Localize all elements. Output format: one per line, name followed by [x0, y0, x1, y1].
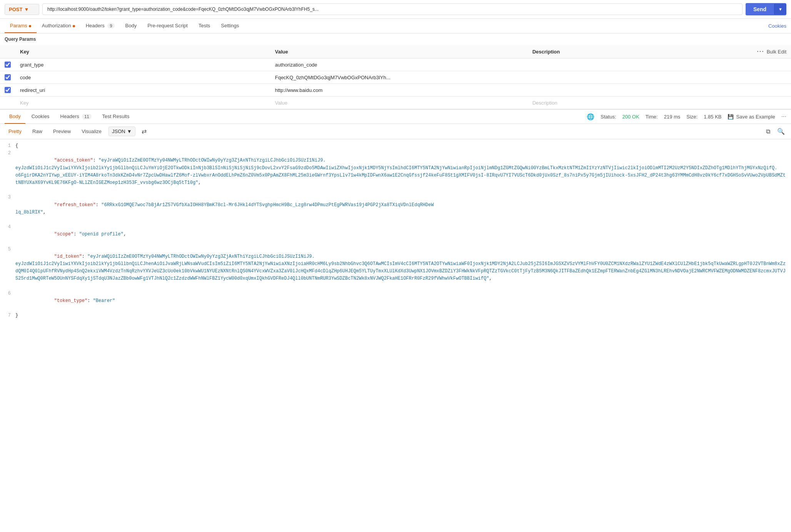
- save-example-button[interactable]: 💾 Save as Example: [728, 114, 775, 120]
- code-tab-preview[interactable]: Preview: [49, 127, 75, 136]
- code-line-4: 4 "scope": "openid profile",: [0, 223, 791, 246]
- search-button[interactable]: 🔍: [776, 126, 786, 137]
- row3-key-cell[interactable]: redirect_uri: [15, 84, 270, 97]
- response-tabs-bar: Body Cookies Headers 11 Test Results 🌐 S…: [0, 109, 791, 124]
- code-line-2: 2 "access_token": "eyJraWQiOiIzZmE0OTMzY…: [0, 150, 791, 194]
- empty-desc-cell[interactable]: Description: [528, 97, 791, 109]
- line-content-6: "token_type": "Bearer": [15, 290, 791, 312]
- resp-tab-cookies[interactable]: Cookies: [27, 110, 54, 124]
- line-number-1: 1: [0, 142, 15, 150]
- row1-value-cell[interactable]: authorization_code: [270, 58, 528, 71]
- code-line-6: 6 "token_type": "Bearer": [0, 290, 791, 312]
- format-select[interactable]: JSON ▼: [108, 127, 135, 136]
- code-tab-pretty[interactable]: Pretty: [5, 127, 25, 136]
- resp-tab-body[interactable]: Body: [5, 110, 25, 124]
- save-example-label: Save as Example: [736, 114, 775, 120]
- query-params-section: Query Params Key Value Description ··· B…: [0, 33, 791, 109]
- tab-pre-request-script[interactable]: Pre-request Script: [142, 19, 193, 33]
- empty-value-cell[interactable]: Value: [270, 97, 528, 109]
- line-number-5: 5: [0, 246, 15, 253]
- format-label: JSON: [112, 128, 125, 134]
- response-section: Body Cookies Headers 11 Test Results 🌐 S…: [0, 109, 791, 532]
- line-number-4: 4: [0, 223, 15, 231]
- params-check-header: [0, 45, 15, 58]
- method-label: POST: [9, 7, 22, 12]
- cookies-link[interactable]: Cookies: [768, 19, 786, 33]
- more-options-button[interactable]: ···: [781, 113, 786, 120]
- tab-authorization[interactable]: Authorization: [37, 19, 80, 33]
- code-line-1: 1 {: [0, 142, 791, 150]
- code-view-tabs-bar: Pretty Raw Preview Visualize JSON ▼ ⇄ ⧉ …: [0, 124, 791, 139]
- tab-tests[interactable]: Tests: [193, 19, 215, 33]
- line-content-5: "id_token": "eyJraWQiOiIzZmE0OTMzYy04NWM…: [15, 246, 791, 290]
- save-icon: 💾: [728, 114, 734, 120]
- line-number-6: 6: [0, 290, 15, 297]
- code-line-3: 3 "refresh_token": "6RRkxG1OMQE7woc7bBjA…: [0, 194, 791, 223]
- params-desc-header: Description ··· Bulk Edit: [528, 45, 791, 58]
- url-bar: POST ▼ Send ▼: [0, 0, 791, 19]
- row2-check-cell: [0, 71, 15, 84]
- params-table: Key Value Description ··· Bulk Edit: [0, 45, 791, 109]
- row3-desc-cell[interactable]: [528, 84, 791, 97]
- tab-body[interactable]: Body: [120, 19, 142, 33]
- method-select[interactable]: POST ▼: [5, 4, 39, 15]
- empty-key-cell[interactable]: Key: [15, 97, 270, 109]
- size-value: 1.85 KB: [704, 114, 721, 120]
- wrap-button[interactable]: ⇄: [139, 126, 150, 137]
- tab-params[interactable]: Params: [5, 19, 37, 33]
- code-tab-visualize[interactable]: Visualize: [78, 127, 105, 136]
- bulk-edit-label[interactable]: Bulk Edit: [767, 49, 786, 55]
- row1-checkbox[interactable]: [5, 62, 11, 68]
- send-dropdown-button[interactable]: ▼: [774, 4, 786, 15]
- row2-desc-cell[interactable]: [528, 71, 791, 84]
- description-col-label: Description: [532, 49, 560, 55]
- tab-settings[interactable]: Settings: [215, 19, 244, 33]
- row3-value-cell[interactable]: http://www.baidu.com: [270, 84, 528, 97]
- row3-checkbox[interactable]: [5, 87, 11, 93]
- row2-value-cell[interactable]: FqecKQ_0zhQMtDGo3qjM7VwbOGxPONArb3lYh...: [270, 71, 528, 84]
- table-row: grant_type authorization_code: [0, 58, 791, 71]
- resp-tab-test-results[interactable]: Test Results: [98, 110, 134, 124]
- row3-check-cell: [0, 84, 15, 97]
- line-number-3: 3: [0, 194, 15, 201]
- time-label: Time:: [646, 114, 658, 120]
- line-content-1: {: [15, 142, 791, 150]
- tab-headers[interactable]: Headers 9: [80, 19, 120, 33]
- row1-desc-cell[interactable]: [528, 58, 791, 71]
- code-line-5: 5 "id_token": "eyJraWQiOiIzZmE0OTMzYy04N…: [0, 246, 791, 290]
- method-chevron: ▼: [24, 7, 29, 12]
- params-key-header: Key: [15, 45, 270, 58]
- send-button-group: Send ▼: [746, 3, 786, 15]
- line-content-7: }: [15, 312, 791, 319]
- url-input[interactable]: [42, 3, 743, 15]
- status-value: 200 OK: [622, 114, 639, 120]
- line-content-2: "access_token": "eyJraWQiOiIzZmE0OTMzYy0…: [15, 150, 791, 194]
- code-line-7: 7 }: [0, 312, 791, 319]
- request-tabs-bar: Params Authorization Headers 9 Body Pre-…: [0, 19, 791, 33]
- bulk-edit-dots-icon: ···: [757, 48, 764, 55]
- table-row: code FqecKQ_0zhQMtDGo3qjM7VwbOGxPONArb3l…: [0, 71, 791, 84]
- resp-tab-headers[interactable]: Headers 11: [56, 110, 96, 124]
- response-status-area: 🌐 Status: 200 OK Time: 219 ms Size: 1.85…: [587, 113, 786, 120]
- copy-button[interactable]: ⧉: [764, 127, 772, 137]
- query-params-label: Query Params: [0, 33, 791, 45]
- row1-key-cell[interactable]: grant_type: [15, 58, 270, 71]
- row2-key-cell[interactable]: code: [15, 71, 270, 84]
- empty-row: Key Value Description: [0, 97, 791, 109]
- status-label: Status:: [601, 114, 616, 120]
- line-content-3: "refresh_token": "6RRkxG1OMQE7woc7bBjAr1…: [15, 194, 791, 223]
- row1-check-cell: [0, 58, 15, 71]
- params-value-header: Value: [270, 45, 528, 58]
- empty-key-placeholder: Key: [20, 100, 28, 106]
- code-area: 1 { 2 "access_token": "eyJraWQiOiIzZmE0O…: [0, 139, 791, 532]
- line-number-7: 7: [0, 312, 15, 319]
- format-chevron: ▼: [127, 128, 132, 134]
- empty-desc-placeholder: Description: [532, 100, 557, 106]
- time-value: 219 ms: [664, 114, 681, 120]
- empty-check-cell: [0, 97, 15, 109]
- send-button[interactable]: Send: [746, 3, 774, 15]
- code-tab-raw[interactable]: Raw: [28, 127, 46, 136]
- code-actions: ⧉ 🔍: [764, 126, 786, 137]
- size-label: Size:: [686, 114, 698, 120]
- row2-checkbox[interactable]: [5, 74, 11, 80]
